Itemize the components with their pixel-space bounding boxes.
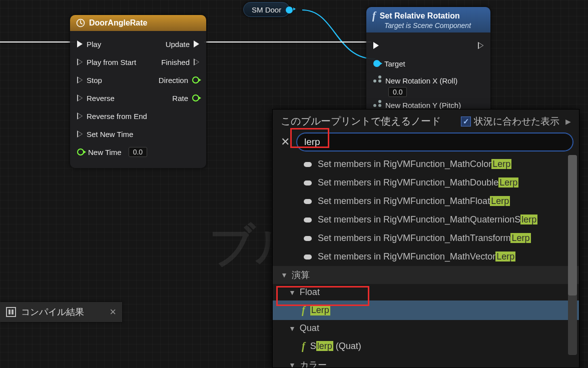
category-float[interactable]: ▼Float [273, 284, 579, 300]
result-item[interactable]: Set members in RigVMFunction_MathQuatern… [273, 210, 579, 229]
pin-update[interactable]: Update [166, 40, 199, 48]
pin-exec-out[interactable] [478, 42, 483, 49]
pin-set-new-time[interactable]: Set New Time [77, 130, 133, 138]
node-type-icon [304, 162, 312, 167]
node-type-icon [304, 180, 312, 186]
clock-icon [76, 18, 85, 28]
pin-finished[interactable]: Finished [161, 58, 199, 66]
pin-exec-in[interactable] [373, 42, 379, 49]
chevron-down-icon: ▼ [289, 288, 296, 296]
category-quat[interactable]: ▼Quat [273, 320, 579, 336]
chevron-down-icon: ▼ [281, 271, 288, 279]
node-picker-title: このブループリントで使えるノード [281, 114, 441, 128]
result-lerp-float[interactable]: fLerp [273, 300, 579, 320]
chevron-right-icon[interactable]: ▶ [565, 118, 571, 126]
struct-split-icon[interactable] [373, 102, 381, 110]
results-list: Set members in RigVMFunction_MathColorLe… [273, 155, 579, 368]
timeline-node[interactable]: DoorAngleRate Play Update Play from Star… [70, 15, 206, 168]
pin-play-from-start[interactable]: Play from Start [77, 58, 136, 66]
context-sensitive-checkbox[interactable]: ✓ [461, 116, 471, 126]
result-slerp-quat[interactable]: fSlerp (Quat) [273, 336, 579, 356]
pin-stop[interactable]: Stop [77, 76, 102, 84]
node-type-icon [304, 199, 312, 204]
rotation-x-value[interactable]: 0.0 [388, 87, 407, 97]
result-item[interactable]: Set members in RigVMFunction_MathTransfo… [273, 229, 579, 248]
clear-search-icon[interactable]: ✕ [279, 136, 292, 148]
node-type-icon [304, 236, 312, 241]
context-sensitive-label: 状況に合わせた表示 [474, 115, 559, 128]
compile-results-title: コンパイル結果 [21, 306, 105, 318]
close-icon[interactable]: × [110, 306, 116, 318]
function-title: Set Relative Rotation [380, 12, 460, 20]
variable-node-sm-door[interactable]: SM Door [243, 2, 290, 17]
struct-split-icon[interactable] [373, 77, 381, 85]
result-item[interactable]: Set members in RigVMFunction_MathDoubleL… [273, 174, 579, 192]
pin-rotation-x-label: New Rotation X (Roll) [385, 76, 457, 85]
pin-rate[interactable]: Rate [172, 94, 199, 102]
compile-icon [6, 307, 16, 317]
function-icon: f [302, 304, 305, 316]
category-math[interactable]: ▼演算 [273, 266, 579, 284]
result-item[interactable]: Set members in RigVMFunction_MathColorLe… [273, 155, 579, 174]
pin-direction[interactable]: Direction [159, 76, 199, 84]
function-header: f Set Relative Rotation Target is Scene … [366, 7, 490, 32]
chevron-down-icon: ▼ [289, 324, 296, 332]
timeline-header: DoorAngleRate [70, 15, 206, 31]
search-box[interactable] [297, 133, 573, 151]
timeline-title: DoorAngleRate [89, 18, 147, 28]
function-icon: f [302, 340, 305, 352]
pin-play[interactable]: Play [77, 40, 101, 48]
result-item[interactable]: Set members in RigVMFunction_MathVectorL… [273, 248, 579, 266]
pin-rotation-y-label: New Rotation Y (Pitch) [385, 101, 461, 110]
search-input[interactable] [304, 136, 565, 148]
pin-new-time[interactable]: New Time0.0 [77, 147, 147, 157]
pin-reverse[interactable]: Reverse [77, 94, 115, 102]
function-icon: f [372, 10, 376, 22]
pin-reverse-from-end[interactable]: Reverse from End [77, 112, 147, 120]
node-type-icon [304, 254, 312, 260]
function-subtitle: Target is Scene Component [384, 22, 484, 30]
function-node-set-relative-rotation[interactable]: f Set Relative Rotation Target is Scene … [366, 7, 490, 120]
pin-target[interactable]: Target [373, 60, 405, 68]
category-color[interactable]: ▼カラー [273, 356, 579, 368]
chevron-down-icon: ▼ [289, 361, 296, 368]
result-item[interactable]: Set members in RigVMFunction_MathFloatLe… [273, 192, 579, 210]
node-picker-panel: このブループリントで使えるノード ✓ 状況に合わせた表示 ▶ ✕ Set mem… [272, 109, 579, 368]
compile-results-panel: コンパイル結果 × [0, 302, 122, 322]
timeline-body: Play Update Play from Start Finished Sto… [70, 31, 206, 168]
variable-label: SM Door [252, 6, 281, 14]
output-pin[interactable] [286, 6, 293, 14]
scrollbar-thumb[interactable] [568, 155, 577, 296]
node-type-icon [304, 218, 312, 222]
